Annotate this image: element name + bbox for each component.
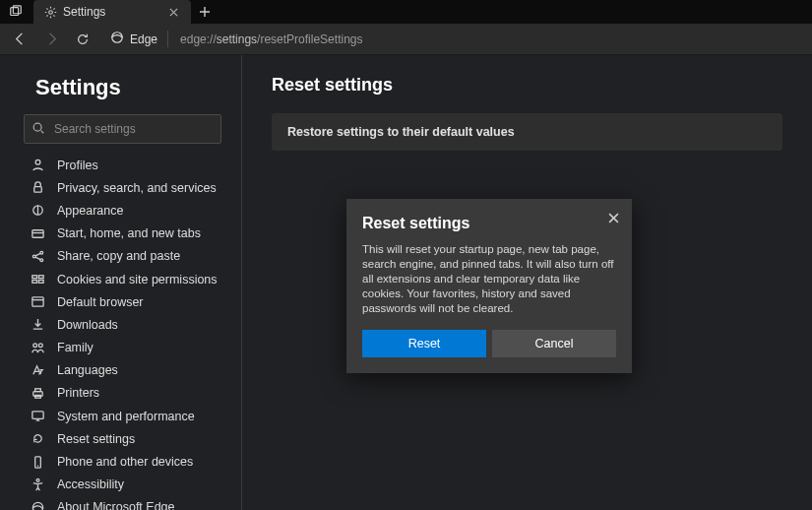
sidebar-item-label: Cookies and site permissions [57,273,218,287]
svg-rect-20 [34,389,40,392]
window-titlebar: Settings [0,0,812,24]
share-icon [30,248,45,264]
sidebar-item-label: Profiles [57,159,98,172]
dialog-body: This will reset your startup page, new t… [362,242,616,316]
accessibility-icon [30,477,45,492]
tab-title: Settings [63,5,159,19]
svg-rect-14 [31,280,36,283]
svg-rect-15 [38,280,43,283]
family-icon [30,340,45,355]
svg-point-5 [35,159,40,164]
tab-actions-icon[interactable] [0,5,31,19]
sidebar-item-downloads[interactable]: Downloads [14,313,231,336]
search-icon [31,121,45,139]
sidebar-title: Settings [35,75,225,100]
printer-icon [30,385,45,401]
address-bar[interactable]: Edge edge://settings/resetProfileSetting… [104,26,806,53]
gear-icon [43,5,57,19]
sidebar-item-accessibility[interactable]: Accessibility [14,474,231,496]
browser-icon [30,294,45,310]
sidebar-item-label: Downloads [57,318,118,332]
url-text: edge://settings/resetProfileSettings [174,32,362,46]
svg-point-18 [38,343,42,347]
languages-icon [30,362,45,378]
svg-rect-13 [38,276,43,279]
svg-point-10 [39,251,42,254]
sidebar-item-label: Appearance [57,204,123,218]
system-icon [30,409,45,424]
sidebar-item-label: System and performance [57,410,195,423]
sidebar-item-label: Family [57,341,94,354]
lock-icon [30,180,45,196]
sidebar-item-share[interactable]: Share, copy and paste [14,245,231,268]
sidebar-item-label: Share, copy and paste [57,249,180,263]
dialog-close-button[interactable] [604,209,622,226]
card-label: Restore settings to their default values [287,125,515,139]
edge-icon [30,499,45,510]
reset-icon [30,431,45,447]
sidebar-item-label: Accessibility [57,478,124,491]
sidebar-item-label: Privacy, search, and services [57,181,217,195]
svg-rect-22 [31,412,42,419]
refresh-button[interactable] [69,26,96,53]
sidebar-item-label: Phone and other devices [57,455,193,469]
sidebar-nav: Profiles Privacy, search, and services A… [14,154,231,510]
browser-toolbar: Edge edge://settings/resetProfileSetting… [0,24,812,55]
back-button[interactable] [6,26,33,53]
svg-rect-12 [31,276,36,279]
site-brand-label: Edge [130,32,157,46]
sidebar-search [24,114,221,144]
sidebar-item-cookies[interactable]: Cookies and site permissions [14,268,231,290]
sidebar-item-reset[interactable]: Reset settings [14,427,231,450]
new-tab-button[interactable] [191,6,219,18]
sidebar-item-family[interactable]: Family [14,337,231,359]
sidebar-item-label: Printers [57,386,99,400]
sidebar-item-about[interactable]: About Microsoft Edge [14,496,231,510]
sidebar-item-profiles[interactable]: Profiles [14,154,231,176]
reset-settings-dialog: Reset settings This will reset your star… [346,199,632,373]
browser-tab[interactable]: Settings [33,0,191,24]
dialog-title: Reset settings [362,215,616,232]
svg-point-3 [112,32,123,43]
svg-point-9 [32,255,35,258]
sidebar-item-label: Languages [57,363,118,377]
sidebar-item-phone[interactable]: Phone and other devices [14,450,231,473]
svg-point-24 [36,478,39,481]
sidebar-item-appearance[interactable]: Appearance [14,199,231,222]
tabs-icon [30,225,45,241]
sidebar-item-label: Start, home, and new tabs [57,226,201,240]
svg-rect-6 [33,187,41,193]
appearance-icon [30,203,45,219]
search-input[interactable] [24,114,221,144]
svg-rect-8 [31,229,42,237]
settings-sidebar: Settings Profiles Privacy, search, and s… [0,55,242,510]
site-identity[interactable]: Edge [104,31,168,47]
tab-close-icon[interactable] [165,4,181,20]
sidebar-item-system[interactable]: System and performance [14,405,231,427]
sidebar-item-label: Default browser [57,295,144,309]
reset-button[interactable]: Reset [362,330,486,357]
sidebar-item-start[interactable]: Start, home, and new tabs [14,223,231,245]
svg-point-4 [33,123,41,131]
dialog-actions: Reset Cancel [362,330,616,357]
sidebar-item-languages[interactable]: Languages [14,359,231,382]
sidebar-item-privacy[interactable]: Privacy, search, and services [14,176,231,199]
svg-point-17 [32,343,36,347]
page-title: Reset settings [272,75,782,96]
sidebar-item-label: Reset settings [57,432,135,446]
permissions-icon [30,272,45,287]
svg-point-11 [39,259,42,262]
phone-icon [30,454,45,470]
download-icon [30,317,45,333]
sidebar-item-printers[interactable]: Printers [14,382,231,405]
sidebar-item-label: About Microsoft Edge [57,500,175,510]
edge-logo-icon [110,31,124,47]
svg-rect-16 [31,297,42,306]
sidebar-item-default-browser[interactable]: Default browser [14,290,231,313]
cancel-button[interactable]: Cancel [492,330,616,357]
forward-button[interactable] [37,26,65,53]
profile-icon [30,158,45,173]
restore-defaults-card[interactable]: Restore settings to their default values [272,113,782,151]
svg-point-2 [48,10,52,14]
